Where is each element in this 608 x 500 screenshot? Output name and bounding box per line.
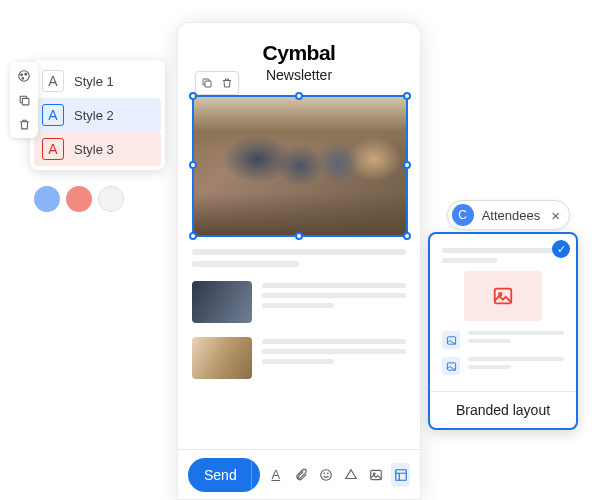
svg-point-8: [327, 472, 328, 473]
style-option-3[interactable]: A Style 3: [34, 132, 161, 166]
placeholder-line: [192, 261, 299, 267]
placeholder-line: [468, 365, 511, 369]
placeholder-line: [262, 359, 334, 364]
mini-image-icon: [442, 331, 460, 349]
placeholder-line: [192, 249, 406, 255]
style-option-2[interactable]: A Style 2: [34, 98, 161, 132]
send-button[interactable]: Send: [188, 458, 251, 492]
floating-tool-strip: [10, 62, 38, 138]
placeholder-line: [262, 283, 406, 288]
emoji-icon[interactable]: [316, 463, 335, 487]
style-label: Style 2: [74, 108, 114, 123]
delete-icon[interactable]: [14, 114, 34, 134]
layout-title: Branded layout: [430, 391, 576, 428]
placeholder-line: [262, 349, 406, 354]
resize-handle[interactable]: [189, 161, 197, 169]
format-icon[interactable]: A: [266, 463, 285, 487]
svg-rect-11: [395, 469, 406, 480]
color-swatches: [34, 186, 124, 212]
style-menu: A Style 1 A Style 2 A Style 3: [30, 60, 165, 170]
placeholder-line: [442, 258, 497, 263]
attendees-chip[interactable]: C Attendees ×: [447, 200, 570, 230]
image-placeholder: [464, 271, 542, 321]
copy-icon[interactable]: [14, 90, 34, 110]
color-swatch-blue[interactable]: [34, 186, 60, 212]
send-dropdown[interactable]: ▼: [251, 458, 261, 492]
close-icon[interactable]: ×: [548, 207, 563, 224]
style-swatch: A: [42, 104, 64, 126]
mini-image-icon: [442, 357, 460, 375]
thumbnail-image[interactable]: [192, 281, 252, 323]
selected-image-container: [192, 95, 406, 237]
color-swatch-red[interactable]: [66, 186, 92, 212]
style-label: Style 1: [74, 74, 114, 89]
placeholder-line: [468, 331, 564, 335]
hero-image[interactable]: [192, 95, 408, 237]
resize-handle[interactable]: [189, 232, 197, 240]
resize-handle[interactable]: [189, 92, 197, 100]
color-swatch-light[interactable]: [98, 186, 124, 212]
resize-handle[interactable]: [403, 92, 411, 100]
resize-handle[interactable]: [403, 161, 411, 169]
svg-point-0: [19, 71, 30, 82]
placeholder-line: [442, 248, 564, 253]
style-swatch: A: [42, 70, 64, 92]
style-label: Style 3: [74, 142, 114, 157]
svg-rect-5: [205, 81, 211, 87]
svg-rect-4: [22, 98, 28, 105]
layouts-icon[interactable]: [391, 463, 410, 487]
resize-handle[interactable]: [295, 232, 303, 240]
thumbnail-image[interactable]: [192, 337, 252, 379]
list-item: [192, 337, 406, 379]
svg-point-2: [25, 73, 27, 75]
brand-name: Cymbal: [192, 41, 406, 65]
svg-point-6: [320, 469, 331, 480]
layout-list-item: [442, 331, 564, 349]
copy-icon[interactable]: [198, 74, 216, 92]
newsletter-preview: Cymbal Newsletter: [177, 22, 421, 500]
placeholder-line: [262, 293, 406, 298]
resize-handle[interactable]: [403, 232, 411, 240]
svg-point-3: [22, 77, 24, 79]
layout-list-item: [442, 357, 564, 375]
drive-icon[interactable]: [341, 463, 360, 487]
attach-icon[interactable]: [291, 463, 310, 487]
svg-point-1: [21, 74, 23, 76]
placeholder-line: [468, 357, 564, 361]
chip-label: Attendees: [482, 208, 541, 223]
chip-avatar: C: [452, 204, 474, 226]
svg-point-7: [324, 472, 325, 473]
layout-card[interactable]: ✓ Branded layout: [428, 232, 578, 430]
image-icon[interactable]: [366, 463, 385, 487]
palette-icon[interactable]: [14, 66, 34, 86]
delete-icon[interactable]: [218, 74, 236, 92]
placeholder-line: [262, 339, 406, 344]
check-icon: ✓: [552, 240, 570, 258]
selection-toolbar: [195, 71, 239, 95]
list-item: [192, 281, 406, 323]
placeholder-line: [468, 339, 511, 343]
style-swatch: A: [42, 138, 64, 160]
resize-handle[interactable]: [295, 92, 303, 100]
compose-toolbar: Send ▼ A: [178, 449, 420, 499]
placeholder-line: [262, 303, 334, 308]
style-option-1[interactable]: A Style 1: [34, 64, 161, 98]
send-button-group: Send ▼: [188, 458, 260, 492]
